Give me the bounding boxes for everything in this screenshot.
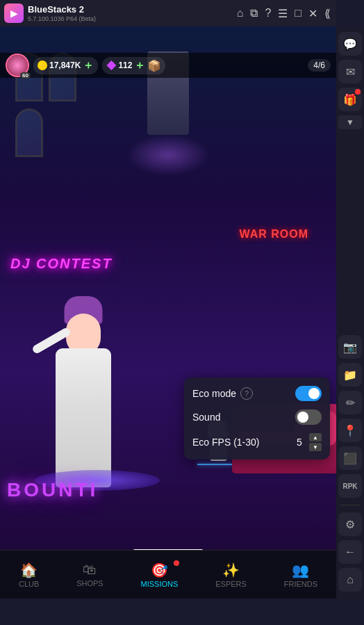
nav-shops[interactable]: 🛍 SHOPS bbox=[71, 559, 109, 590]
espers-icon: ✨ bbox=[222, 562, 240, 578]
currency2-value: 112 bbox=[118, 60, 132, 70]
ceiling-glow bbox=[126, 134, 210, 176]
fps-decrement-button[interactable]: ▼ bbox=[309, 443, 322, 451]
sound-row: Sound bbox=[192, 409, 322, 425]
close-icon[interactable]: ✕ bbox=[308, 7, 317, 20]
nav-club-label: CLUB bbox=[19, 580, 39, 588]
gem-icon bbox=[106, 60, 116, 70]
pack-icon[interactable]: 📦 bbox=[147, 59, 161, 72]
home-icon[interactable]: ⌂ bbox=[237, 7, 244, 20]
title-icons: ⌂ ⧉ ? ☰ □ ✕ ⟪ bbox=[237, 7, 331, 20]
nav-friends[interactable]: 👥 FRIENDS bbox=[279, 559, 323, 591]
screenshot-button[interactable]: 📷 bbox=[338, 335, 362, 359]
sidebar-bottom: 📷 📁 ✏ 📍 ⬛ RPK ⚙ ← ⌂ bbox=[338, 335, 362, 599]
layers-button[interactable]: ⬛ bbox=[338, 446, 362, 470]
war-room-label[interactable]: WAR ROOM bbox=[239, 228, 308, 241]
gift-notification-dot bbox=[355, 89, 361, 95]
gift-icon: 🎁 bbox=[343, 93, 357, 106]
app-version: 5.7.100.1036 P64 (Beta) bbox=[28, 15, 237, 22]
sound-toggle[interactable] bbox=[295, 409, 322, 425]
nav-friends-label: FRIENDS bbox=[284, 580, 317, 588]
eco-mode-toggle[interactable] bbox=[295, 386, 322, 401]
eco-mode-popup: Eco mode ? Sound Eco FPS (1-30) 5 ▲ bbox=[184, 378, 330, 460]
annotate-button[interactable]: ✏ bbox=[338, 391, 362, 414]
folder-icon: 📁 bbox=[343, 368, 357, 382]
gift-button[interactable]: 🎁 bbox=[338, 88, 362, 111]
back-icon: ← bbox=[345, 546, 356, 558]
collapse-button[interactable]: ▼ bbox=[338, 115, 362, 129]
shops-icon: 🛍 bbox=[83, 562, 97, 578]
expand-icon[interactable]: ⟪ bbox=[324, 7, 331, 20]
fps-row: Eco FPS (1-30) 5 ▲ ▼ bbox=[192, 433, 322, 451]
nav-espers[interactable]: ✨ ESPERS bbox=[210, 559, 252, 591]
currency2-add-button[interactable]: ＋ bbox=[134, 58, 145, 73]
nav-shops-label: SHOPS bbox=[76, 579, 104, 587]
app-name: BlueStacks 2 bbox=[28, 4, 237, 15]
files-button[interactable]: 📁 bbox=[338, 363, 362, 387]
mail-button[interactable]: ✉ bbox=[338, 60, 362, 83]
chevron-down-icon: ▼ bbox=[346, 117, 354, 127]
game-area[interactable]: 60 ⚡ 17,847K ＋ 112 ＋ 📦 4/6 bbox=[0, 26, 336, 599]
layers-icon: ⬛ bbox=[343, 452, 357, 465]
hud-lightning: ⚡ 17,847K ＋ bbox=[33, 57, 98, 74]
fps-increment-button[interactable]: ▲ bbox=[309, 433, 322, 441]
missions-notification-dot bbox=[174, 560, 179, 566]
scene-background: 60 ⚡ 17,847K ＋ 112 ＋ 📦 4/6 bbox=[0, 26, 336, 599]
macro-button[interactable]: RPK bbox=[338, 474, 362, 498]
fps-stepper-buttons: ▲ ▼ bbox=[309, 433, 322, 451]
sound-label: Sound bbox=[192, 412, 220, 423]
nav-missions[interactable]: 🎯 MISSIONS bbox=[135, 559, 184, 591]
fps-value: 5 bbox=[292, 437, 306, 448]
char-body bbox=[56, 348, 111, 487]
hud-bar: 60 ⚡ 17,847K ＋ 112 ＋ 📦 4/6 bbox=[0, 53, 336, 78]
restore-icon[interactable]: □ bbox=[295, 7, 301, 20]
bounty-label[interactable]: BOUNTI bbox=[7, 479, 98, 501]
titlebar: ▶ BlueStacks 2 5.7.100.1036 P64 (Beta) ⌂… bbox=[0, 0, 336, 26]
back-button[interactable]: ← bbox=[338, 540, 362, 564]
chat-icon: 💬 bbox=[343, 38, 357, 51]
fps-label: Eco FPS (1-30) bbox=[192, 437, 259, 448]
bottom-nav: 🏠 CLUB 🛍 SHOPS 🎯 MISSIONS ✨ ESPERS 👥 FRI… bbox=[0, 550, 336, 599]
nav-espers-label: ESPERS bbox=[215, 580, 247, 588]
energy-display: 4/6 bbox=[308, 59, 331, 72]
eco-mode-row: Eco mode ? bbox=[192, 386, 322, 401]
camera-icon: 📷 bbox=[343, 341, 357, 354]
nav-missions-label: MISSIONS bbox=[141, 580, 179, 588]
right-sidebar: 💬 ✉ 🎁 ▼ 📷 📁 ✏ 📍 ⬛ RPK ⚙ bbox=[336, 26, 364, 599]
hud-gem: 112 ＋ 📦 bbox=[102, 57, 165, 74]
mail-icon: ✉ bbox=[346, 65, 355, 79]
lightning-icon: ⚡ bbox=[38, 60, 47, 70]
eco-mode-label: Eco mode bbox=[192, 388, 236, 399]
settings-button[interactable]: ⚙ bbox=[338, 512, 362, 536]
gear-icon: ⚙ bbox=[345, 518, 355, 531]
currency1-value: 17,847K bbox=[49, 60, 81, 70]
player-level: 60 bbox=[20, 72, 31, 79]
home-sidebar-button[interactable]: ⌂ bbox=[338, 568, 362, 592]
menu-icon[interactable]: ☰ bbox=[278, 7, 288, 20]
currency1-add-button[interactable]: ＋ bbox=[83, 58, 94, 73]
club-icon: 🏠 bbox=[20, 562, 38, 578]
player-avatar[interactable]: 60 bbox=[6, 54, 29, 77]
nav-club[interactable]: 🏠 CLUB bbox=[13, 559, 44, 591]
help-icon[interactable]: ? bbox=[265, 7, 271, 20]
robot-glow bbox=[197, 464, 232, 465]
fps-stepper: 5 ▲ ▼ bbox=[292, 433, 322, 451]
rpk-icon: RPK bbox=[342, 482, 357, 490]
chat-button[interactable]: 💬 bbox=[338, 32, 362, 56]
app-icon: ▶ bbox=[4, 3, 24, 23]
pen-icon: ✏ bbox=[346, 396, 355, 409]
location-button[interactable]: 📍 bbox=[338, 419, 362, 442]
eco-mode-help-icon[interactable]: ? bbox=[240, 387, 253, 400]
copy-icon[interactable]: ⧉ bbox=[250, 7, 258, 20]
player-character bbox=[21, 265, 146, 487]
sound-label-row: Sound bbox=[192, 412, 295, 423]
eco-mode-label-row: Eco mode ? bbox=[192, 387, 295, 400]
home-sidebar-icon: ⌂ bbox=[347, 574, 354, 586]
missions-icon: 🎯 bbox=[151, 562, 168, 578]
sidebar-divider bbox=[340, 505, 360, 505]
pin-icon: 📍 bbox=[343, 424, 357, 437]
friends-icon: 👥 bbox=[292, 562, 309, 578]
